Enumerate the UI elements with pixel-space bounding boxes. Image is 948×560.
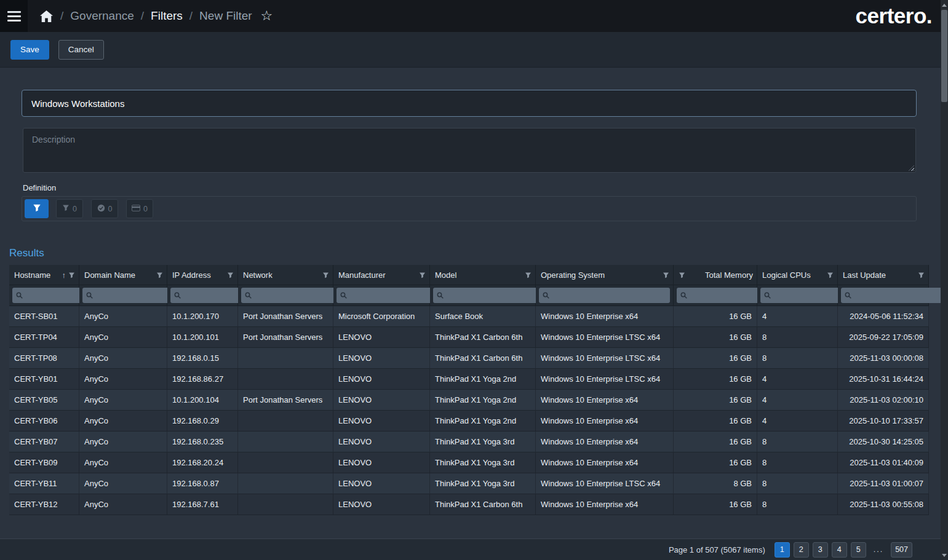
cell-hostname: CERT-TP08 xyxy=(9,348,79,369)
cell-manufacturer: LENOVO xyxy=(333,494,430,515)
column-search-cell xyxy=(238,285,333,306)
filter-count-button[interactable]: 0 xyxy=(56,199,83,218)
column-header-network[interactable]: Network xyxy=(238,265,333,285)
cell-domain-name: AnyCo xyxy=(79,432,167,452)
cell-last-update: 2025-11-03 01:00:07 xyxy=(838,473,929,494)
cell-manufacturer: LENOVO xyxy=(333,452,430,473)
page-button-4[interactable]: 4 xyxy=(832,542,847,558)
search-icon xyxy=(543,292,549,299)
column-header-ip-address[interactable]: IP Address xyxy=(167,265,238,285)
column-header-operating-system[interactable]: Operating System xyxy=(536,265,674,285)
column-header-last-update[interactable]: Last Update xyxy=(838,265,929,285)
pagination-pages: 12345...507 xyxy=(775,542,912,558)
table-row[interactable]: CERT-YB06AnyCo192.168.0.29LENOVOThinkPad… xyxy=(9,411,929,432)
table-row[interactable]: CERT-YB05AnyCo10.1.200.104Port Jonathan … xyxy=(9,390,929,411)
search-icon xyxy=(174,292,181,299)
vertical-scrollbar[interactable] xyxy=(941,0,948,560)
column-search-cell xyxy=(757,285,838,306)
column-header-label: IP Address xyxy=(172,270,211,280)
check-circle-icon xyxy=(97,204,105,214)
cell-operating-system: Windows 10 Enterprise LTSC x64 xyxy=(536,369,674,390)
cell-total-memory: 16 GB xyxy=(674,452,757,473)
card-count-button[interactable]: 0 xyxy=(126,199,153,218)
cell-network xyxy=(238,452,333,473)
menu-icon[interactable] xyxy=(0,0,28,32)
column-header-logical-cpus[interactable]: Logical CPUs xyxy=(757,265,838,285)
filter-icon[interactable] xyxy=(827,272,834,278)
breadcrumb-governance[interactable]: Governance xyxy=(70,9,134,23)
page-button-1[interactable]: 1 xyxy=(775,542,790,558)
cell-network xyxy=(238,494,333,515)
description-input[interactable] xyxy=(23,128,916,173)
filter-icon[interactable] xyxy=(68,272,75,278)
search-icon xyxy=(437,292,444,299)
cell-manufacturer: LENOVO xyxy=(333,390,430,411)
favorite-star-icon[interactable]: ☆ xyxy=(261,9,273,23)
cancel-button[interactable]: Cancel xyxy=(58,40,104,60)
cell-last-update: 2025-11-03 00:00:08 xyxy=(838,348,929,369)
table-row[interactable]: CERT-YB01AnyCo192.168.86.27LENOVOThinkPa… xyxy=(9,369,929,390)
column-header-hostname[interactable]: Hostname↑ xyxy=(9,265,79,285)
breadcrumb-filters[interactable]: Filters xyxy=(151,9,183,23)
page-button-2[interactable]: 2 xyxy=(794,542,809,558)
column-header-label: Model xyxy=(435,270,456,280)
breadcrumb-separator: / xyxy=(189,9,193,23)
column-search-input[interactable] xyxy=(552,291,666,300)
cell-network xyxy=(238,473,333,494)
column-search-input[interactable] xyxy=(447,291,542,300)
table-row[interactable]: CERT-TP04AnyCo10.1.200.101Port Jonathan … xyxy=(9,327,929,348)
search-icon xyxy=(16,292,23,299)
filter-name-input[interactable] xyxy=(22,90,917,117)
cell-operating-system: Windows 10 Enterprise LTSC x64 xyxy=(536,473,674,494)
search-icon xyxy=(245,292,252,299)
column-header-model[interactable]: Model xyxy=(430,265,536,285)
cell-operating-system: Windows 10 Enterprise x64 xyxy=(536,411,674,432)
column-header-manufacturer[interactable]: Manufacturer xyxy=(333,265,430,285)
page-button-507[interactable]: 507 xyxy=(891,542,912,558)
column-search-box xyxy=(841,288,948,303)
cell-logical-cpus: 4 xyxy=(757,369,838,390)
column-header-domain-name[interactable]: Domain Name xyxy=(79,265,167,285)
breadcrumb-separator: / xyxy=(60,9,63,23)
column-search-input[interactable] xyxy=(854,291,948,300)
column-header-total-memory[interactable]: Total Memory xyxy=(674,265,757,285)
page-button-3[interactable]: 3 xyxy=(813,542,828,558)
cell-ip-address: 10.1.200.104 xyxy=(167,390,238,411)
table-row[interactable]: CERT-YB09AnyCo192.168.20.24LENOVOThinkPa… xyxy=(9,452,929,473)
results-body: CERT-SB01AnyCo10.1.200.170Port Jonathan … xyxy=(9,306,929,515)
filter-icon[interactable] xyxy=(525,272,532,278)
column-header-label: Logical CPUs xyxy=(762,270,811,280)
save-button[interactable]: Save xyxy=(10,40,49,60)
table-row[interactable]: CERT-YB11AnyCo192.168.0.87LENOVOThinkPad… xyxy=(9,473,929,494)
table-row[interactable]: CERT-SB01AnyCo10.1.200.170Port Jonathan … xyxy=(9,306,929,327)
cell-network xyxy=(238,348,333,369)
filter-icon[interactable] xyxy=(322,272,329,278)
scroll-down-icon[interactable] xyxy=(941,551,948,559)
filter-icon[interactable] xyxy=(663,272,669,278)
cell-total-memory: 16 GB xyxy=(674,390,757,411)
cell-ip-address: 192.168.0.29 xyxy=(167,411,238,432)
cell-network xyxy=(238,432,333,452)
cell-hostname: CERT-YB09 xyxy=(9,452,79,473)
add-filter-button[interactable] xyxy=(25,199,49,218)
cell-operating-system: Windows 10 Enterprise x64 xyxy=(536,494,674,515)
filter-icon[interactable] xyxy=(918,272,925,278)
results-search-row xyxy=(9,285,929,306)
filter-icon[interactable] xyxy=(227,272,234,278)
pagination-bar: Page 1 of 507 (5067 items) 12345...507 xyxy=(0,538,941,560)
table-row[interactable]: CERT-TP08AnyCo192.168.0.15LENOVOThinkPad… xyxy=(9,348,929,369)
page-button-5[interactable]: 5 xyxy=(851,542,866,558)
filter-icon[interactable] xyxy=(156,272,163,278)
scroll-up-icon[interactable] xyxy=(941,1,948,9)
filter-icon[interactable] xyxy=(679,272,685,278)
cell-last-update: 2025-11-03 00:55:08 xyxy=(838,494,929,515)
table-row[interactable]: CERT-YB12AnyCo192.168.7.61LENOVOThinkPad… xyxy=(9,494,929,515)
cell-manufacturer: Microsoft Corporation xyxy=(333,306,430,327)
table-row[interactable]: CERT-YB07AnyCo192.168.0.235LENOVOThinkPa… xyxy=(9,432,929,452)
scrollbar-thumb[interactable] xyxy=(941,10,947,102)
filter-icon[interactable] xyxy=(419,272,426,278)
check-count-button[interactable]: 0 xyxy=(91,199,118,218)
column-search-cell xyxy=(536,285,674,306)
home-icon[interactable] xyxy=(40,10,53,22)
cell-hostname: CERT-YB05 xyxy=(9,390,79,411)
